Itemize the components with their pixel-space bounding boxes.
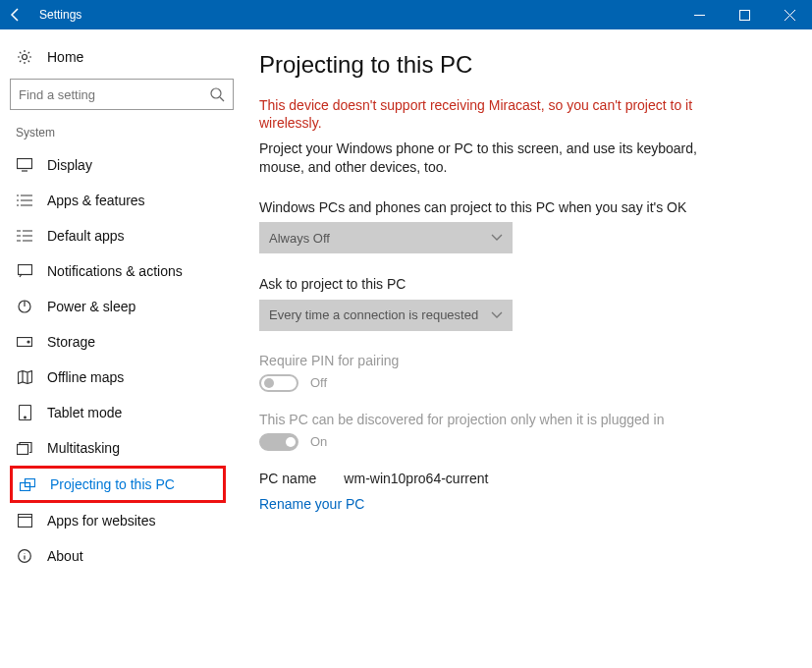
minimize-button[interactable]: [677, 0, 722, 29]
sidebar-item-label: Projecting to this PC: [50, 476, 175, 492]
svg-point-2: [211, 88, 221, 98]
ask-project-label: Ask to project to this PC: [259, 275, 738, 293]
close-icon: [785, 10, 795, 21]
sidebar-item-label: Tablet mode: [47, 405, 122, 420]
svg-rect-13: [18, 515, 31, 528]
sidebar-item-label: About: [47, 548, 83, 564]
sidebar-item-tablet-mode[interactable]: Tablet mode: [10, 395, 245, 430]
select-value: Always Off: [269, 231, 330, 246]
home-label: Home: [47, 49, 83, 65]
search-icon: [209, 86, 225, 102]
sidebar-item-offline-maps[interactable]: Offline maps: [10, 360, 245, 395]
rename-pc-link[interactable]: Rename your PC: [259, 496, 738, 512]
search-input[interactable]: [10, 79, 234, 110]
window-title: Settings: [31, 8, 677, 22]
group-title: System: [10, 120, 245, 147]
toggle-knob: [286, 437, 296, 447]
sidebar-item-label: Display: [47, 157, 92, 173]
sidebar-item-display[interactable]: Display: [10, 147, 245, 183]
multitask-icon: [16, 442, 33, 455]
arrow-left-icon: [8, 7, 24, 23]
pc-name-value: wm-win10pro64-current: [344, 471, 488, 486]
pc-name-row: PC name wm-win10pro64-current: [259, 471, 738, 486]
sidebar-item-label: Apps for websites: [47, 513, 156, 529]
maximize-icon: [739, 10, 750, 21]
chevron-down-icon: [491, 311, 503, 319]
sidebar-item-label: Storage: [47, 334, 95, 350]
close-button[interactable]: [767, 0, 812, 29]
search-field[interactable]: [19, 87, 209, 102]
description: Project your Windows phone or PC to this…: [259, 139, 738, 177]
minimize-icon: [694, 10, 705, 21]
sidebar-item-apps-features[interactable]: Apps & features: [10, 183, 245, 218]
discover-toggle[interactable]: [259, 433, 298, 451]
storage-icon: [16, 337, 33, 347]
sidebar-item-label: Power & sleep: [47, 299, 135, 314]
pin-state: Off: [310, 375, 327, 390]
svg-point-7: [27, 341, 29, 343]
sidebar: Home System Display Apps & features Defa…: [0, 29, 245, 668]
tablet-icon: [16, 405, 33, 420]
sidebar-item-default-apps[interactable]: Default apps: [10, 218, 245, 253]
sidebar-item-label: Notifications & actions: [47, 263, 183, 279]
sidebar-item-about[interactable]: About: [10, 538, 245, 574]
power-icon: [16, 300, 33, 313]
svg-rect-10: [18, 444, 28, 454]
page-title: Projecting to this PC: [259, 51, 738, 79]
list-icon: [16, 194, 33, 207]
svg-point-1: [23, 55, 27, 60]
svg-point-9: [24, 417, 26, 418]
main-panel: Projecting to this PC This device doesn'…: [245, 29, 766, 668]
project-icon: [19, 478, 36, 491]
sidebar-item-apps-websites[interactable]: Apps for websites: [10, 503, 245, 538]
project-permission-select[interactable]: Always Off: [259, 222, 513, 253]
apps-web-icon: [16, 514, 33, 528]
sidebar-item-label: Default apps: [47, 228, 125, 244]
home-button[interactable]: Home: [10, 41, 245, 75]
project-permission-label: Windows PCs and phones can project to th…: [259, 198, 738, 216]
svg-rect-4: [18, 265, 31, 275]
sidebar-item-projecting[interactable]: Projecting to this PC: [10, 466, 226, 503]
notification-icon: [16, 264, 33, 278]
map-icon: [16, 370, 33, 384]
svg-rect-3: [18, 159, 32, 169]
sidebar-item-multitasking[interactable]: Multitasking: [10, 430, 245, 466]
info-icon: [16, 549, 33, 563]
back-button[interactable]: [0, 0, 31, 29]
titlebar: Settings: [0, 0, 812, 29]
discover-label: This PC can be discovered for projection…: [259, 412, 738, 427]
maximize-button[interactable]: [722, 0, 767, 29]
pc-name-label: PC name: [259, 471, 316, 486]
sidebar-item-label: Apps & features: [47, 193, 145, 208]
svg-rect-0: [739, 10, 749, 20]
chevron-down-icon: [491, 234, 503, 242]
gear-icon: [16, 49, 33, 65]
sidebar-item-label: Offline maps: [47, 369, 124, 385]
toggle-knob: [264, 378, 274, 388]
defaults-icon: [16, 229, 33, 243]
pin-label: Require PIN for pairing: [259, 353, 738, 368]
error-message: This device doesn't support receiving Mi…: [259, 96, 738, 132]
discover-state: On: [310, 434, 327, 449]
sidebar-item-storage[interactable]: Storage: [10, 324, 245, 360]
ask-project-select[interactable]: Every time a connection is requested: [259, 300, 513, 331]
monitor-icon: [16, 158, 33, 172]
sidebar-item-notifications[interactable]: Notifications & actions: [10, 253, 245, 289]
sidebar-item-power-sleep[interactable]: Power & sleep: [10, 289, 245, 324]
select-value: Every time a connection is requested: [269, 307, 478, 322]
window-controls: [677, 0, 812, 29]
pin-toggle[interactable]: [259, 374, 298, 392]
sidebar-item-label: Multitasking: [47, 440, 120, 456]
